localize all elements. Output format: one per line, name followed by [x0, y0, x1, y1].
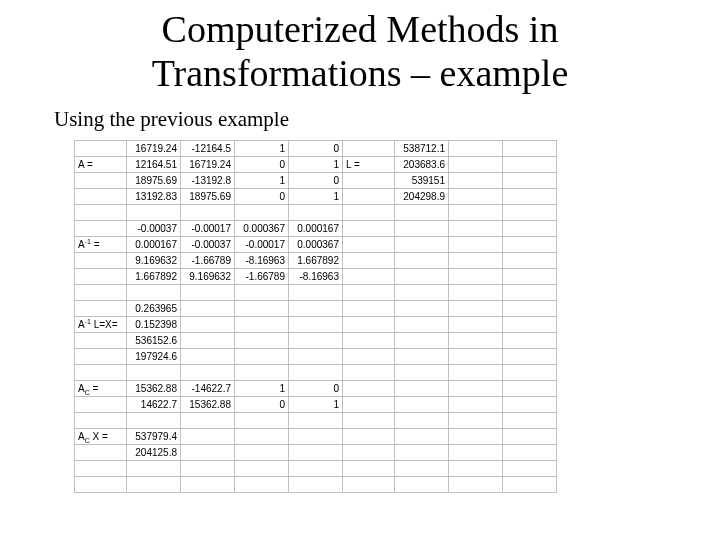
- label-A-inverse: A-1 =: [75, 237, 127, 253]
- slide: Computerized Methods in Transformations …: [0, 0, 720, 540]
- cell: [449, 381, 503, 397]
- cell-label: [343, 301, 395, 317]
- cell-label: [343, 445, 395, 461]
- cell: [449, 141, 503, 157]
- cell-label: [343, 413, 395, 429]
- table-row: -0.00037 -0.00017 0.000367 0.000167: [75, 221, 557, 237]
- cell: [289, 317, 343, 333]
- cell: [181, 205, 235, 221]
- cell: 1: [289, 157, 343, 173]
- cell: [503, 429, 557, 445]
- table-row: [75, 285, 557, 301]
- cell-label: [343, 461, 395, 477]
- cell: 13192.83: [127, 189, 181, 205]
- cell: 536152.6: [127, 333, 181, 349]
- cell: [395, 429, 449, 445]
- cell: 203683.6: [395, 157, 449, 173]
- cell: [181, 333, 235, 349]
- cell: [449, 237, 503, 253]
- cell: [181, 413, 235, 429]
- cell-label: [75, 477, 127, 493]
- cell: [395, 317, 449, 333]
- cell: -0.00037: [127, 221, 181, 237]
- cell: 537979.4: [127, 429, 181, 445]
- cell: [395, 461, 449, 477]
- cell-label: [75, 301, 127, 317]
- cell: [449, 365, 503, 381]
- cell: 204298.9: [395, 189, 449, 205]
- cell: [503, 157, 557, 173]
- cell-label: [75, 413, 127, 429]
- table-row: A-1 = 0.000167 -0.00037 -0.00017 0.00036…: [75, 237, 557, 253]
- cell: 9.169632: [127, 253, 181, 269]
- table-row: 204125.8: [75, 445, 557, 461]
- cell: -8.16963: [289, 269, 343, 285]
- cell-label: [75, 253, 127, 269]
- cell: [503, 221, 557, 237]
- cell: [289, 445, 343, 461]
- cell: [289, 333, 343, 349]
- cell: 0: [289, 173, 343, 189]
- cell: [395, 349, 449, 365]
- cell: [503, 285, 557, 301]
- spreadsheet-table-wrap: 16719.24 -12164.5 1 0 538712.1 A = 12164…: [74, 140, 680, 493]
- cell: 0.263965: [127, 301, 181, 317]
- cell-label: [75, 349, 127, 365]
- table-row: A = 12164.51 16719.24 0 1 L = 203683.6: [75, 157, 557, 173]
- cell-label: [343, 381, 395, 397]
- label-L: L =: [343, 157, 395, 173]
- cell: [127, 461, 181, 477]
- cell: -0.00017: [181, 221, 235, 237]
- cell: [395, 221, 449, 237]
- cell: 12164.51: [127, 157, 181, 173]
- cell: 0.152398: [127, 317, 181, 333]
- cell: [395, 397, 449, 413]
- cell: [181, 477, 235, 493]
- cell: [289, 301, 343, 317]
- cell: [235, 445, 289, 461]
- cell: [395, 301, 449, 317]
- cell-label: [75, 397, 127, 413]
- cell: 538712.1: [395, 141, 449, 157]
- cell-label: [75, 365, 127, 381]
- cell: [289, 461, 343, 477]
- cell: [503, 461, 557, 477]
- cell-label: [343, 189, 395, 205]
- cell-label: [75, 221, 127, 237]
- table-row: 16719.24 -12164.5 1 0 538712.1: [75, 141, 557, 157]
- label-A: A =: [75, 157, 127, 173]
- cell: [449, 285, 503, 301]
- cell: 16719.24: [127, 141, 181, 157]
- cell: [235, 349, 289, 365]
- cell: 204125.8: [127, 445, 181, 461]
- cell: [449, 301, 503, 317]
- cell: -12164.5: [181, 141, 235, 157]
- cell: -8.16963: [235, 253, 289, 269]
- cell-label: [75, 445, 127, 461]
- table-row: 13192.83 18975.69 0 1 204298.9: [75, 189, 557, 205]
- cell-label: [343, 141, 395, 157]
- cell: [503, 189, 557, 205]
- cell-label: [343, 333, 395, 349]
- cell-label: [343, 173, 395, 189]
- cell: 1: [235, 141, 289, 157]
- cell: [449, 445, 503, 461]
- label-Ac: AC =: [75, 381, 127, 397]
- cell: [235, 429, 289, 445]
- cell-label: [343, 253, 395, 269]
- cell: 0: [235, 397, 289, 413]
- cell: [395, 237, 449, 253]
- cell: [503, 301, 557, 317]
- title-line-2: Transformations – example: [152, 52, 569, 94]
- cell: [127, 477, 181, 493]
- cell: 0.000167: [127, 237, 181, 253]
- label-Ac-X: AC X =: [75, 429, 127, 445]
- cell: [449, 269, 503, 285]
- cell: -1.66789: [235, 269, 289, 285]
- cell: -0.00037: [181, 237, 235, 253]
- cell: [449, 157, 503, 173]
- cell: [449, 317, 503, 333]
- cell: [395, 413, 449, 429]
- cell-label: [343, 221, 395, 237]
- cell: [395, 253, 449, 269]
